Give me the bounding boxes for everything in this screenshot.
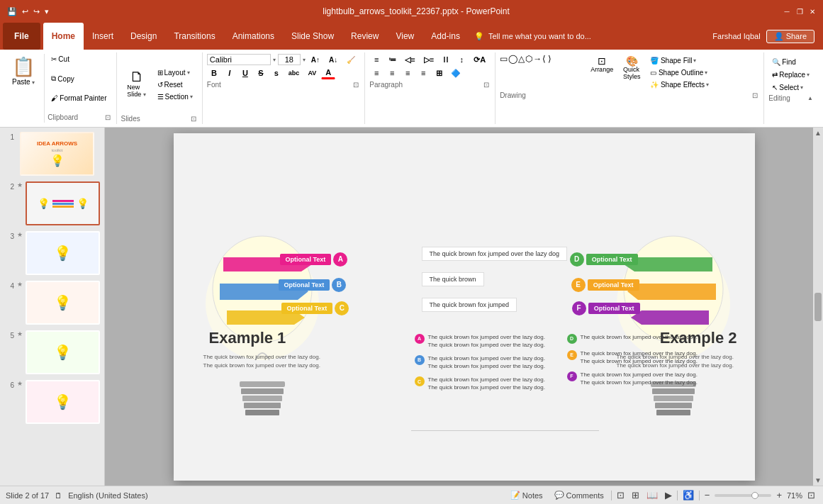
clear-format-button[interactable]: 🧹	[343, 55, 359, 65]
list-item-e: E The quick brown fox jumped over the la…	[567, 349, 705, 365]
shapes-panel[interactable]: ▭	[500, 54, 508, 64]
shadow-button[interactable]: s	[269, 67, 284, 79]
align-center-button[interactable]: ≡	[385, 67, 399, 79]
minimize-button[interactable]: ─	[782, 6, 792, 16]
line-spacing-button[interactable]: ↕	[454, 54, 469, 66]
slides-label: Slides ⊡	[121, 115, 196, 123]
scroll-thumb[interactable]	[814, 293, 822, 321]
reading-view-button[interactable]: 📖	[644, 489, 660, 501]
font-name-input[interactable]	[207, 54, 271, 65]
save-icon[interactable]: 💾	[6, 6, 18, 18]
list-items-left: A The quick brown fox jumped over the la…	[415, 333, 553, 392]
tell-me-label[interactable]: Tell me what you want to do...	[488, 32, 591, 40]
menu-addins[interactable]: Add-ins	[422, 23, 469, 50]
normal-view-button[interactable]: ⊡	[615, 489, 627, 501]
font-size-dropdown[interactable]: ▾	[303, 57, 306, 63]
strikethrough2-button[interactable]: abc	[285, 68, 303, 78]
menu-file[interactable]: File	[3, 23, 40, 50]
decrease-indent-button[interactable]: ◁≡	[401, 54, 418, 66]
align-left-button[interactable]: ≡	[369, 67, 383, 79]
increase-indent-button[interactable]: ▷≡	[420, 54, 437, 66]
arrange-button[interactable]: ⊡ Arrange	[587, 54, 617, 75]
menu-insert[interactable]: Insert	[84, 23, 122, 50]
align-text-button[interactable]: ⊞	[432, 67, 446, 79]
letter-a-circle: A	[333, 252, 347, 267]
paste-button[interactable]: 📋 Paste ▾	[7, 54, 40, 88]
center-divider	[411, 430, 599, 431]
scroll-down-arrow[interactable]: ▼	[813, 475, 823, 486]
justify-button[interactable]: ≡	[416, 67, 430, 79]
menu-review[interactable]: Review	[342, 23, 387, 50]
notes-button[interactable]: 📝 Notes	[506, 490, 547, 500]
numbering-button[interactable]: ≔	[385, 54, 400, 66]
menu-design[interactable]: Design	[122, 23, 165, 50]
font-name-dropdown[interactable]: ▾	[273, 57, 276, 63]
shape-effects-button[interactable]: ✨ Shape Effects ▾	[646, 79, 712, 90]
text-direction-button[interactable]: ⟳A	[470, 54, 489, 66]
close-button[interactable]: ✕	[807, 6, 817, 16]
increase-font-button[interactable]: A↑	[308, 55, 323, 65]
slide-canvas[interactable]: Optional Text A Optional Text B Optional…	[174, 133, 755, 481]
language: English (United States)	[68, 491, 148, 500]
underline-button[interactable]: U	[238, 67, 252, 79]
char-spacing-button[interactable]: AV	[304, 68, 320, 78]
menu-home[interactable]: Home	[43, 23, 84, 50]
notes-icon: 🗒	[55, 491, 62, 500]
slide-thumb-6[interactable]: 6 ★ 💡	[3, 379, 101, 425]
menu-view[interactable]: View	[387, 23, 422, 50]
list-item-d: D The quick brown fox jumped over the la…	[567, 333, 705, 344]
new-slide-button[interactable]: 🗋 NewSlide ▾	[121, 67, 152, 100]
font-size-input[interactable]	[278, 54, 301, 65]
bullets-button[interactable]: ≡	[369, 54, 383, 66]
section-button[interactable]: ☰ Section ▾	[154, 91, 196, 102]
columns-button[interactable]: ⁞⁞	[439, 54, 453, 66]
align-right-button[interactable]: ≡	[401, 67, 415, 79]
find-button[interactable]: 🔍 Find	[768, 57, 813, 67]
menu-slideshow[interactable]: Slide Show	[283, 23, 342, 50]
italic-button[interactable]: I	[223, 67, 237, 79]
scroll-up-arrow[interactable]: ▲	[813, 128, 823, 138]
layout-button[interactable]: ⊞ Layout ▾	[154, 67, 196, 78]
restore-button[interactable]: ❐	[795, 6, 805, 16]
strikethrough-button[interactable]: S	[254, 67, 268, 79]
reset-button[interactable]: ↺ Reset	[154, 79, 196, 90]
menu-animations[interactable]: Animations	[224, 23, 283, 50]
slide-thumb-2[interactable]: 2 ★ 💡 💡	[3, 180, 101, 227]
redo-icon[interactable]: ↪	[32, 6, 41, 18]
quick-styles-button[interactable]: 🎨 QuickStyles	[619, 54, 644, 82]
font-color-button[interactable]: A	[321, 67, 335, 79]
slide-thumb-1[interactable]: 1 IDEA ARROWS toolkit 💡	[3, 130, 101, 177]
share-button[interactable]: 👤 Share	[766, 30, 814, 43]
fit-window-button[interactable]: ⊡	[805, 489, 817, 501]
replace-button[interactable]: ⇄ Replace ▾	[768, 69, 813, 80]
bold-button[interactable]: B	[207, 67, 221, 79]
cut-button[interactable]: ✂ Cut	[47, 54, 110, 65]
zoom-slider[interactable]	[715, 494, 771, 497]
smartart-button[interactable]: 🔷	[447, 67, 464, 79]
right-scrollbar[interactable]: ▲ ▼	[813, 128, 823, 486]
comments-button[interactable]: 💬 Comments	[550, 490, 608, 500]
slideshow-button[interactable]: ▶	[663, 489, 674, 501]
decrease-font-button[interactable]: A↓	[325, 55, 341, 65]
svg-rect-6	[245, 410, 279, 415]
ribbon-group-drawing: ▭ ◯ △ ⬡ → ⟨ ⟩ ⊡ Arrange 🎨 QuickStyles 🪣 …	[497, 52, 764, 124]
copy-button[interactable]: ⧉ Copy	[47, 73, 110, 84]
select-button[interactable]: ↖ Select ▾	[768, 82, 813, 93]
zoom-in-button[interactable]: +	[774, 489, 784, 501]
list-text-a: The quick brown fox jumped over the lazy…	[428, 333, 553, 349]
shape-outline-button[interactable]: ▭ Shape Outline ▾	[646, 67, 712, 78]
slide-thumb-5[interactable]: 5 ★ 💡	[3, 329, 101, 376]
format-painter-button[interactable]: 🖌 Format Painter	[47, 93, 110, 103]
arrow-label-b: Optional Text B	[279, 278, 347, 292]
menu-transitions[interactable]: Transitions	[165, 23, 223, 50]
zoom-out-button[interactable]: −	[702, 489, 712, 501]
slide-sorter-button[interactable]: ⊞	[629, 489, 642, 501]
slide-thumb-4[interactable]: 4 ★ 💡	[3, 279, 101, 326]
accessibility-button[interactable]: ♿	[681, 489, 696, 501]
customize-icon[interactable]: ▾	[43, 6, 50, 18]
slide-thumb-3[interactable]: 3 ★ 💡	[3, 230, 101, 276]
zoom-level: 71%	[787, 491, 802, 500]
shape-fill-button[interactable]: 🪣 Shape Fill ▾	[646, 55, 712, 66]
undo-icon[interactable]: ↩	[21, 6, 30, 18]
reset-icon: ↺	[157, 81, 163, 89]
